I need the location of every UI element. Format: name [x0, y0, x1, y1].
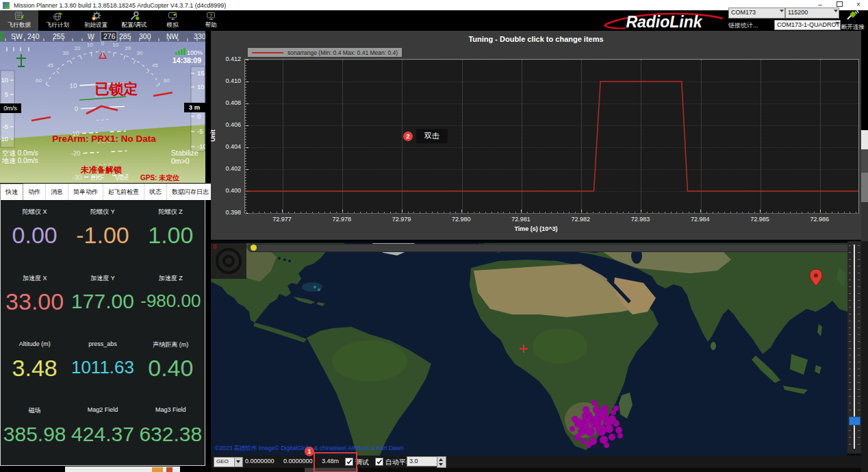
quick-cell[interactable]: 陀螺仪 Y-1.00 [68, 200, 136, 266]
quick-cell[interactable]: press_abs1011.63 [68, 333, 136, 399]
hud-alt-badge: 3 m [189, 103, 200, 111]
y-axis-tick-label: 0.410 [212, 77, 241, 84]
tab-5[interactable]: 状态 [144, 184, 167, 200]
y-axis-tick-label: 0.412 [212, 55, 241, 62]
quick-cell-value: 33.00 [1, 288, 68, 315]
quick-cell[interactable]: 陀螺仪 Z1.00 [137, 200, 205, 266]
zoom-spinner[interactable] [437, 456, 446, 468]
tab-6[interactable]: 数据闪存日志 [167, 184, 214, 200]
map-zoom-slider[interactable] [847, 241, 861, 454]
tab-2[interactable]: 消息 [46, 184, 68, 200]
telemetry-point-marker [615, 427, 622, 434]
telemetry-point-marker [609, 434, 615, 440]
right-scrollbar-thumb[interactable] [861, 130, 868, 149]
roll-angle-label: 60 [164, 77, 170, 84]
compass-mark: 330 [194, 32, 205, 40]
quick-cell-value: 632.38 [137, 422, 205, 445]
menu-item-flight-plan[interactable]: 飞行计划 [38, 10, 77, 31]
tab-3[interactable]: 简单动作 [68, 184, 103, 200]
horizontal-trackbar[interactable] [248, 244, 850, 252]
close-button[interactable]: × [849, 0, 868, 10]
y-axis-tick-label: 0.400 [212, 187, 241, 194]
world-map[interactable]: ©2023 高德软件 Image© DigitalGlobe & chinasi… [211, 243, 847, 457]
map-lat: 0.0000000 [245, 458, 275, 464]
menu-item-help[interactable]: ?帮助 [192, 10, 230, 31]
hud-battery-text: 100% [187, 49, 203, 56]
hud-compass-left-mark [1, 32, 3, 40]
tab-quick[interactable]: 快速 [0, 184, 23, 200]
telemetry-point-marker [574, 434, 581, 440]
tab-1[interactable]: 动作 [23, 184, 46, 200]
compass-mark: 300 [139, 32, 151, 40]
autopan-checkbox[interactable] [375, 458, 383, 466]
flight-plan-icon [53, 11, 63, 21]
quick-cell-label: 加速度 X [1, 274, 68, 283]
tab-4[interactable]: 起飞前检查 [103, 184, 144, 200]
hud-groundspeed: 地速 0.0m/s [1, 157, 38, 164]
quick-cell-value: 385.98 [1, 422, 68, 445]
roll-angle-label: 10 [87, 42, 93, 48]
projection-select[interactable]: GEO [214, 457, 243, 467]
baud-select[interactable]: 115200 [785, 8, 839, 18]
trackbar-thumb[interactable] [251, 245, 257, 251]
baud-value: 115200 [788, 9, 808, 16]
initial-setup-icon [91, 11, 101, 21]
chart-plot-area[interactable] [244, 59, 859, 214]
quick-cell-label: Altitude (m) [1, 340, 68, 347]
telemetry-point-marker [570, 426, 575, 432]
menu-item-flight-data[interactable]: 飞行数据 [0, 10, 38, 31]
com-port-select[interactable]: COM173 [728, 8, 785, 18]
quick-cell[interactable]: 陀螺仪 X0.00 [1, 200, 68, 266]
hud-vibe-label: Vibe [115, 174, 129, 182]
menu-item-initial-setup[interactable]: 初始设置 [77, 10, 115, 31]
quick-cell[interactable]: Mag3 Field632.38 [137, 399, 205, 465]
quick-cell[interactable]: 加速度 X33.00 [1, 266, 68, 333]
speed-scale-label: -5 [3, 123, 8, 130]
quick-cell-label: 陀螺仪 X [1, 208, 68, 216]
quick-cell[interactable]: 加速度 Y177.00 [68, 266, 136, 333]
chevron-down-icon[interactable] [234, 458, 242, 467]
compass-mark: 276 [103, 32, 116, 40]
gridline [245, 213, 858, 214]
roll-angle-label: 20 [75, 45, 81, 51]
telemetry-point-marker [586, 443, 591, 448]
menu-item-config-tuning[interactable]: 配置/调试 [115, 10, 153, 31]
config-tuning-icon [129, 11, 140, 21]
telemetry-point-marker [583, 406, 589, 413]
disconnect-button[interactable]: 断开连接 [838, 10, 868, 31]
quick-cell-label: Mag2 Field [68, 406, 136, 413]
link-stats-link[interactable]: 链接统计... [728, 21, 758, 30]
quick-cell[interactable]: Mag2 Field424.37 [68, 399, 136, 465]
compass-mark: W [88, 32, 94, 40]
tuning-chart-panel[interactable]: Tuning - Double click to change items so… [211, 31, 861, 240]
zoom-input[interactable]: 3.0 [407, 456, 437, 467]
slider-thumb[interactable] [849, 417, 860, 425]
telemetry-point-marker [602, 405, 609, 412]
quick-cell-label: 加速度 Y [68, 274, 136, 283]
series-sonarrange [245, 82, 858, 191]
menu-item-label: 配置/调试 [122, 21, 146, 29]
hud-wp-info: 0m>0 [171, 157, 190, 165]
annotation-rect-1 [314, 452, 357, 472]
quick-cell[interactable]: Altitude (m)3.48 [1, 333, 68, 399]
quick-cell[interactable]: 磁场385.98 [1, 399, 68, 465]
quick-cell-label: 加速度 Z [137, 274, 205, 283]
hud-panel[interactable]: 604530201001020304560 100-10-20-30 1050-… [0, 31, 205, 183]
map-panel[interactable]: ©2023 高德软件 Image© DigitalGlobe & chinasi… [211, 241, 861, 472]
right-edge-strip [861, 241, 868, 472]
hud-time-text: 14:38:09 [173, 56, 201, 64]
quick-cell[interactable]: 加速度 Z-980.00 [137, 266, 205, 333]
quick-cell-value: 1.00 [137, 222, 205, 249]
alt-scale-label: 0 [197, 112, 201, 120]
gimbal-joystick-control[interactable]: 0 [211, 243, 246, 279]
device-select[interactable]: COM173-1-QUADROTC [774, 20, 841, 30]
compass-mark: SW [11, 32, 23, 40]
com-port-value: COM173 [731, 9, 756, 16]
x-axis-tick-label: 72.978 [327, 216, 357, 223]
menu-item-simulation[interactable]: 模拟 [153, 10, 192, 31]
menu-item-label: 飞行数据 [8, 21, 31, 29]
right-edge-strip [861, 31, 868, 130]
telemetry-point-marker [595, 412, 604, 421]
quick-cell[interactable]: 声纳距离 (m)0.40 [137, 333, 205, 399]
x-axis-tick-label: 72.982 [565, 216, 596, 223]
